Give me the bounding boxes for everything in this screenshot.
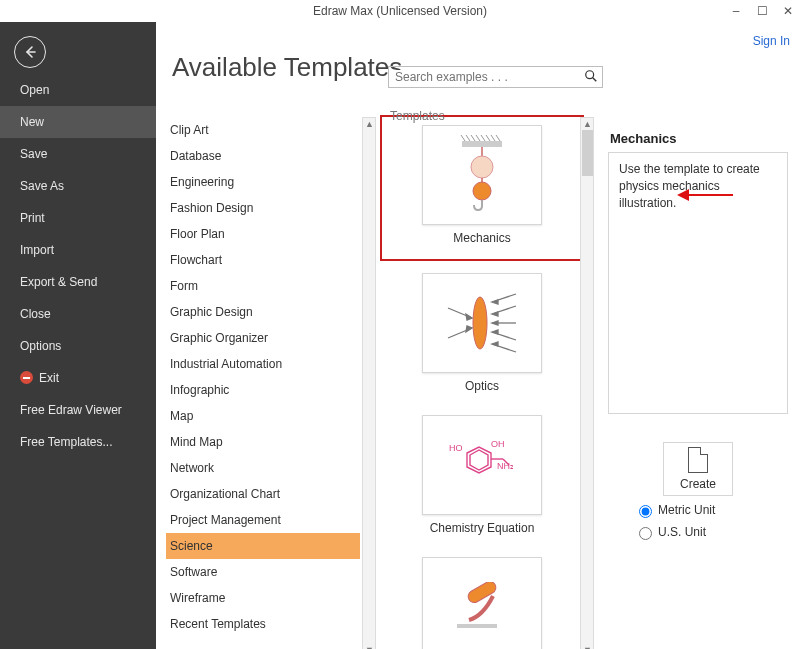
back-arrow-icon — [22, 44, 38, 60]
category-item[interactable]: Form — [166, 273, 360, 299]
sidebar-item-free-templates-[interactable]: Free Templates... — [0, 426, 156, 458]
back-button[interactable] — [14, 36, 46, 68]
svg-point-12 — [471, 156, 493, 178]
sidebar-item-label: Exit — [39, 371, 59, 385]
svg-marker-27 — [466, 314, 472, 320]
sidebar-item-close[interactable]: Close — [0, 298, 156, 330]
sidebar-item-export-send[interactable]: Export & Send — [0, 266, 156, 298]
category-column: Clip ArtDatabaseEngineeringFashion Desig… — [162, 117, 376, 649]
category-item[interactable]: Infographic — [166, 377, 360, 403]
sidebar-item-open[interactable]: Open — [0, 74, 156, 106]
info-title: Mechanics — [610, 131, 788, 146]
optics-icon — [422, 273, 542, 373]
exit-icon — [20, 371, 33, 384]
category-scrollbar[interactable]: ▲ ▼ — [362, 117, 376, 649]
minimize-button[interactable]: – — [730, 4, 742, 18]
unit-us-label: U.S. Unit — [658, 525, 706, 539]
template-card[interactable]: HOOHNH₂Chemistry Equation — [390, 415, 574, 535]
svg-rect-37 — [466, 582, 498, 605]
titlebar: Edraw Max (Unlicensed Version) – ☐ ✕ — [0, 0, 800, 22]
svg-line-9 — [491, 135, 495, 141]
sidebar-item-free-edraw-viewer[interactable]: Free Edraw Viewer — [0, 394, 156, 426]
page-icon — [688, 447, 708, 473]
category-item[interactable]: Industrial Automation — [166, 351, 360, 377]
category-item[interactable]: Recent Templates — [166, 611, 360, 637]
svg-marker-23 — [492, 330, 498, 334]
sidebar-item-print[interactable]: Print — [0, 202, 156, 234]
sidebar-item-label: Free Templates... — [20, 435, 112, 449]
svg-line-3 — [461, 135, 465, 141]
unit-metric-radio[interactable] — [639, 505, 652, 518]
category-item[interactable]: Map — [166, 403, 360, 429]
unit-metric-option[interactable]: Metric Unit — [634, 502, 788, 518]
sidebar-item-exit[interactable]: Exit — [0, 362, 156, 394]
svg-marker-17 — [492, 300, 498, 304]
svg-line-5 — [471, 135, 475, 141]
sidebar-item-label: Export & Send — [20, 275, 97, 289]
template-label: Optics — [390, 379, 574, 393]
scroll-up-icon[interactable]: ▲ — [365, 119, 374, 129]
templates-label: Templates — [390, 109, 445, 123]
svg-rect-38 — [457, 624, 497, 628]
unit-metric-label: Metric Unit — [658, 503, 715, 517]
sidebar-item-label: Save — [20, 147, 47, 161]
category-item[interactable]: Project Management — [166, 507, 360, 533]
svg-point-14 — [473, 182, 491, 200]
sidebar-item-label: Open — [20, 83, 49, 97]
unit-us-option[interactable]: U.S. Unit — [634, 524, 788, 540]
template-card[interactable]: Mechanics — [390, 125, 574, 251]
category-item[interactable]: Graphic Organizer — [166, 325, 360, 351]
category-item[interactable]: Floor Plan — [166, 221, 360, 247]
chemistry-icon: HOOHNH₂ — [422, 415, 542, 515]
category-item[interactable]: Wireframe — [166, 585, 360, 611]
svg-marker-29 — [466, 326, 472, 332]
category-item[interactable]: Mind Map — [166, 429, 360, 455]
scroll-thumb[interactable] — [582, 130, 593, 176]
microscope-icon — [422, 557, 542, 649]
search-box[interactable] — [388, 66, 603, 88]
info-description-box: Use the template to create physics mecha… — [608, 152, 788, 414]
templates-scrollbar[interactable]: ▲ ▼ — [580, 117, 594, 649]
templates-column: Templates MechanicsOpticsHOOHNH₂Chemistr… — [380, 117, 594, 649]
search-input[interactable] — [389, 70, 580, 84]
category-item[interactable]: Software — [166, 559, 360, 585]
template-label: Chemistry Equation — [390, 521, 574, 535]
svg-marker-31 — [470, 450, 488, 470]
sidebar-item-new[interactable]: New — [0, 106, 156, 138]
category-item[interactable]: Graphic Design — [166, 299, 360, 325]
scroll-up-icon[interactable]: ▲ — [583, 119, 592, 129]
category-item[interactable]: Flowchart — [166, 247, 360, 273]
category-item[interactable]: Fashion Design — [166, 195, 360, 221]
create-button[interactable]: Create — [663, 442, 733, 496]
category-list: Clip ArtDatabaseEngineeringFashion Desig… — [162, 117, 376, 637]
scroll-down-icon[interactable]: ▼ — [365, 645, 374, 649]
category-item[interactable]: Science — [166, 533, 360, 559]
file-menu-sidebar: OpenNewSaveSave AsPrintImportExport & Se… — [0, 22, 156, 649]
sidebar-item-label: Print — [20, 211, 45, 225]
sidebar-item-label: Free Edraw Viewer — [20, 403, 122, 417]
category-item[interactable]: Engineering — [166, 169, 360, 195]
svg-marker-21 — [492, 321, 498, 325]
sidebar-item-import[interactable]: Import — [0, 234, 156, 266]
sidebar-item-save[interactable]: Save — [0, 138, 156, 170]
sidebar-item-options[interactable]: Options — [0, 330, 156, 362]
template-card[interactable] — [390, 557, 574, 649]
info-panel: Mechanics Use the template to create phy… — [608, 117, 788, 649]
maximize-button[interactable]: ☐ — [756, 4, 768, 18]
svg-text:NH₂: NH₂ — [497, 461, 514, 471]
search-icon[interactable] — [580, 69, 602, 86]
category-item[interactable]: Database — [166, 143, 360, 169]
scroll-down-icon[interactable]: ▼ — [583, 645, 592, 649]
svg-line-10 — [496, 135, 500, 141]
category-item[interactable]: Organizational Chart — [166, 481, 360, 507]
category-item[interactable]: Network — [166, 455, 360, 481]
category-item[interactable]: Clip Art — [166, 117, 360, 143]
mechanics-icon — [422, 125, 542, 225]
svg-point-0 — [586, 70, 594, 78]
unit-us-radio[interactable] — [639, 527, 652, 540]
close-button[interactable]: ✕ — [782, 4, 794, 18]
template-card[interactable]: Optics — [390, 273, 574, 393]
sidebar-item-save-as[interactable]: Save As — [0, 170, 156, 202]
svg-line-8 — [486, 135, 490, 141]
svg-line-6 — [476, 135, 480, 141]
